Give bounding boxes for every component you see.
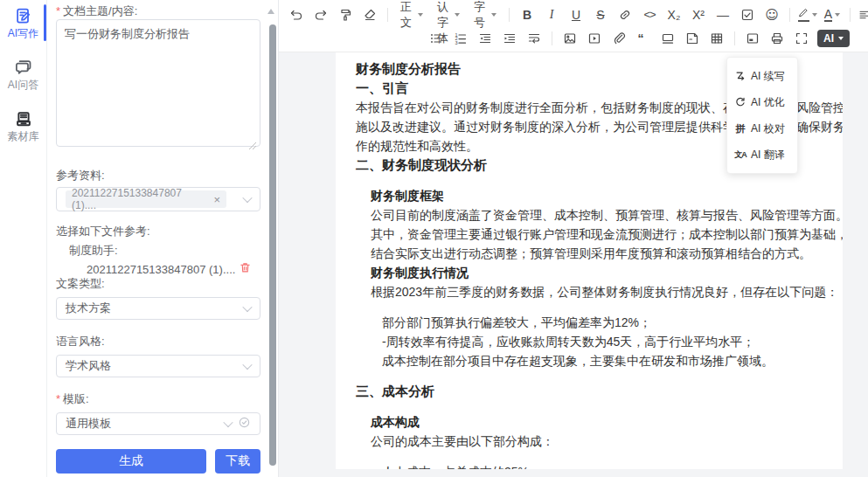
assistant-label: 制度助手:: [56, 243, 260, 259]
divider-block-button[interactable]: [656, 28, 680, 49]
print-button[interactable]: [765, 28, 789, 49]
document-line: 成本控制在部分项目中存在超支现象，主要集中在研发和市场推广领域。: [356, 351, 823, 370]
reference-file-tag: 2021122715133847807 (1).... ×: [66, 190, 226, 208]
material-library-icon: [15, 110, 32, 128]
caret-down-icon: [812, 13, 817, 17]
video-button[interactable]: [582, 28, 607, 49]
indent-icon: [503, 31, 517, 45]
font-family-select[interactable]: 默认字体: [430, 4, 467, 25]
document-line: 人力成本：占总成本的35%；: [356, 462, 823, 469]
document-line: 根据2023年前三季度的财务数据，公司整体财务制度执行情况良好，但存在以下问题：: [356, 282, 823, 301]
editor-canvas: 财务制度分析报告一、引言本报告旨在对公司的财务制度进行全面分析，包括财务制度的现…: [279, 52, 868, 477]
clear-format-button[interactable]: [358, 4, 382, 25]
divider-block-icon: [661, 31, 675, 45]
emoji-button[interactable]: ☺: [760, 4, 784, 25]
document-line: 结合实际支出进行动态调整；预算管理则采用年度预算和滚动预算相结合的方式。: [356, 244, 823, 263]
document-line: 部分部门预算执行偏差较大，平均偏差率为12%；: [356, 313, 823, 332]
language-style-select[interactable]: 学术风格: [56, 355, 260, 377]
nav-item-ai-chat[interactable]: AI问答: [0, 59, 46, 93]
document-line: 成本构成: [356, 412, 823, 432]
bullet-list-button[interactable]: [424, 28, 448, 49]
format-painter-button[interactable]: [333, 4, 358, 25]
remove-tag-icon[interactable]: ×: [213, 193, 220, 206]
nav-item-ai-writing[interactable]: AI写作: [0, 7, 46, 41]
embed-icon: [746, 31, 760, 45]
download-button[interactable]: 下载: [215, 449, 260, 474]
menu-item-ai-proofread[interactable]: 拼 AI 校对: [727, 115, 797, 142]
menu-item-ai-optimize[interactable]: AI 优化: [727, 89, 797, 115]
ai-actions-menu: AI 续写 AI 优化 拼 AI 校对 文A AI 翻译: [726, 57, 798, 174]
subscript-button[interactable]: X₂: [662, 4, 686, 25]
ordered-list-button[interactable]: 123: [448, 28, 473, 49]
strikethrough-button[interactable]: S: [588, 4, 613, 25]
copy-type-select[interactable]: 技术方案: [56, 297, 260, 320]
panel-scroll-up-arrow[interactable]: [267, 9, 274, 14]
nav-item-material-library[interactable]: 素材库: [0, 110, 46, 144]
quote-button[interactable]: “: [631, 28, 656, 49]
topic-input[interactable]: 写一份财务制度分析报告: [56, 19, 260, 147]
ai-chat-icon: [15, 59, 32, 76]
app-window: AI写作 AI问答 素材库 *文档主题/内容: 写一份财务制度分析报告 参考资料…: [0, 0, 868, 477]
caret-down-icon: [491, 13, 496, 17]
superscript-button[interactable]: X²: [686, 4, 711, 25]
bold-button[interactable]: B: [515, 4, 539, 25]
text-wrap-button[interactable]: [522, 28, 546, 49]
indent-button[interactable]: [497, 28, 522, 49]
template-select[interactable]: 通用模板: [56, 412, 260, 435]
underline-button[interactable]: U: [564, 4, 588, 25]
fullscreen-icon: [795, 31, 809, 45]
todo-checkbox-button[interactable]: [735, 4, 760, 25]
svg-text:“: “: [638, 31, 644, 45]
document-line: 其中，资金管理主要通过银行账户管理和现金流预测进行；成本控制以部门预算为基础，: [356, 225, 823, 244]
language-style-label: 语言风格:: [56, 334, 260, 349]
toolbar-row-1: 正文 默认字体 字号 B I U S <> X₂ X² — ☺ A: [284, 3, 863, 26]
active-nav-indicator: [44, 4, 46, 41]
toolbar-row-2: 123 “ AI: [284, 26, 863, 50]
fullscreen-button[interactable]: [789, 28, 814, 49]
highlight-pen-button[interactable]: [795, 4, 820, 25]
image-button[interactable]: [558, 28, 582, 49]
horizontal-rule-button[interactable]: —: [711, 4, 735, 25]
reference-label: 参考资料:: [56, 168, 260, 183]
image-icon: [563, 31, 577, 45]
generate-button[interactable]: 生成: [56, 449, 206, 474]
caret-down-icon: [455, 13, 460, 17]
todo-checkbox-icon: [740, 8, 754, 22]
align-button[interactable]: [856, 4, 868, 25]
delete-file-button[interactable]: [239, 261, 252, 277]
ai-dropdown-button[interactable]: AI: [817, 30, 850, 47]
caret-down-icon: [418, 13, 423, 17]
ordered-list-icon: 123: [454, 31, 468, 45]
outdent-button[interactable]: [473, 28, 497, 49]
file-name: 2021122715133847807 (1)....: [87, 263, 235, 276]
menu-item-ai-translate[interactable]: 文A AI 翻译: [727, 142, 797, 168]
table-button[interactable]: [705, 28, 729, 49]
undo-button[interactable]: [284, 4, 309, 25]
document-line: 公司目前的制度涵盖了资金管理、成本控制、预算管理、核算与报告、风险管理等方面。: [356, 205, 823, 225]
document-line: 公司的成本主要由以下部分构成：: [356, 432, 823, 451]
paragraph-style-select[interactable]: 正文: [393, 4, 430, 25]
print-icon: [770, 31, 784, 45]
ai-optimize-icon: [734, 96, 746, 108]
caret-down-icon: [835, 13, 840, 17]
embed-button[interactable]: [740, 28, 765, 49]
attachment-button[interactable]: [607, 28, 631, 49]
menu-item-ai-continue[interactable]: AI 续写: [727, 63, 797, 89]
redo-icon: [314, 8, 328, 22]
align-icon: [858, 8, 868, 22]
document-line: 财务制度执行情况: [356, 263, 823, 282]
code-button[interactable]: <>: [637, 4, 662, 25]
check-circle-icon: [232, 416, 251, 432]
nav-label: AI写作: [8, 26, 38, 41]
panel-scrollbar[interactable]: [269, 24, 276, 466]
reference-file-row: 2021122715133847807 (1)....: [56, 262, 260, 276]
link-icon: [618, 8, 632, 22]
reference-select[interactable]: 2021122715133847807 (1).... ×: [56, 187, 260, 211]
snippet-button[interactable]: [680, 28, 705, 49]
font-size-select[interactable]: 字号: [467, 4, 503, 25]
link-button[interactable]: [613, 4, 637, 25]
italic-button[interactable]: I: [539, 4, 564, 25]
ai-translate-icon: 文A: [734, 149, 746, 161]
redo-button[interactable]: [309, 4, 333, 25]
font-color-button[interactable]: A: [820, 4, 844, 25]
